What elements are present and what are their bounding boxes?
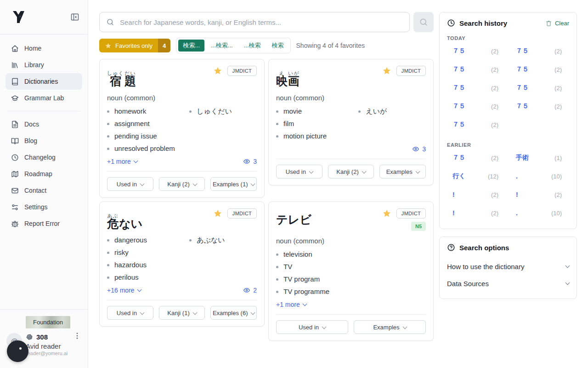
favorite-star-button[interactable] [213,66,222,75]
clear-history-button[interactable]: Clear [545,20,569,27]
book-icon [11,78,19,86]
history-term[interactable]: ７５ [452,84,465,92]
sidebar-item-home[interactable]: Home [6,40,82,57]
readings-list: あぶない [189,234,257,283]
sidebar-item-contact[interactable]: Contact [6,182,82,199]
history-item[interactable]: ７５(2) [447,60,506,79]
history-term[interactable]: ７５ [516,47,529,55]
history-item[interactable]: 手術(1) [510,149,569,167]
history-item[interactable]: .(10) [510,204,569,222]
reading-item: えいが [358,105,426,118]
sidebar-item-roadmap[interactable]: Roadmap [6,166,82,182]
sidebar-item-label: Roadmap [24,170,52,178]
kanji-button[interactable]: Kanji (1) [159,306,205,320]
examples-button[interactable]: Examples [354,320,426,334]
history-term[interactable]: ! [452,191,455,198]
history-term[interactable]: ７５ [516,84,529,92]
history-item[interactable]: !(2) [510,185,569,204]
examples-button[interactable]: Examples (6) [210,306,257,320]
used-in-button[interactable]: Used in [276,320,348,334]
history-item[interactable]: ７５(2) [510,97,569,115]
history-item[interactable]: .(10) [510,167,569,185]
meaning-item: dangerous [107,234,189,246]
dictionary-entry-card: テレビ JMDICT N5 noun (common) televisionTV… [268,201,434,341]
examples-button[interactable]: Examples [379,165,426,178]
favorites-only-toggle[interactable]: Favorites only 4 [99,39,170,52]
meaning-item: risky [107,246,189,259]
entry-title: テレビ [276,208,311,231]
option-how-to-use[interactable]: How to use the dictionary [447,258,569,275]
history-term[interactable]: . [516,172,518,180]
sidebar-item-changelog[interactable]: Changelog [6,149,82,166]
search-input[interactable] [120,18,403,26]
history-item[interactable]: !(2) [447,204,506,222]
reading-item: あぶない [189,234,257,247]
search-submit-button[interactable] [413,12,434,32]
meaning-item: perilous [107,271,189,283]
sidebar: HomeLibraryDictionariesGrammar Lab DocsB… [0,0,88,368]
history-term[interactable]: ７５ [452,121,465,129]
history-item[interactable]: ７５(2) [510,79,569,97]
history-grid: ７５(2)７５(2)７５(2)７５(2)７５(2)７５(2)７５(2)７５(2)… [447,42,569,134]
kanji-button[interactable]: Kanji (2) [159,177,205,191]
kanji-button[interactable]: Kanji (2) [328,165,374,178]
search-mode-chip-2[interactable]: ...検索 [239,40,266,52]
history-item[interactable]: 行く(12) [447,167,506,185]
used-in-button[interactable]: Used in [107,177,153,191]
history-term[interactable]: ７５ [452,154,465,162]
search-mode-chip-3[interactable]: 検索 [267,40,288,52]
sidebar-item-label: Home [24,45,41,52]
history-term[interactable]: ７５ [452,102,465,110]
jlpt-level-badge: N5 [411,222,426,231]
used-in-button[interactable]: Used in [276,165,322,178]
sidebar-item-docs[interactable]: Docs [6,116,82,132]
sidebar-item-blog[interactable]: Blog [6,132,82,149]
sidebar-item-dictionaries[interactable]: Dictionaries [6,73,82,90]
history-term[interactable]: ７５ [516,65,529,74]
sidebar-item-report-error[interactable]: Report Error [6,215,82,232]
history-term[interactable]: ! [516,191,518,198]
sidebar-item-grammar-lab[interactable]: Grammar Lab [6,90,82,106]
sidebar-item-settings[interactable]: Settings [6,199,82,215]
user-menu-button[interactable] [73,332,81,340]
search-mode-chip-0[interactable]: 検索... [178,40,204,52]
sidebar-item-library[interactable]: Library [6,57,82,73]
entry-title: 宿しゅく題だい [107,66,136,88]
history-term[interactable]: ７５ [516,102,529,110]
history-item[interactable]: ７５(2) [510,60,569,79]
history-item[interactable]: ７５(2) [447,149,506,167]
file-text-icon [11,121,19,128]
user-panel: Foundation 308 Avid reader reader@yomeru… [0,309,88,368]
app-logo[interactable] [11,9,27,25]
history-count: (2) [491,48,498,55]
history-item[interactable]: ７５(2) [447,42,506,60]
history-item[interactable]: ７５(2) [447,79,506,97]
floating-avatar[interactable] [7,340,28,362]
history-term[interactable]: 行く [452,172,465,180]
sidebar-item-label: Changelog [24,154,56,161]
history-term[interactable]: ! [452,209,455,217]
favorite-star-button[interactable] [213,209,222,218]
show-more-link[interactable]: +1 more [107,158,137,165]
meaning-item: unresolved problem [107,142,189,155]
filter-row: Favorites only 4 検索......検索......検索検索 Sh… [99,38,434,53]
history-item[interactable]: ７５(2) [447,115,506,134]
history-term[interactable]: ７５ [452,65,465,74]
show-more-link[interactable]: +16 more [107,287,141,294]
history-item[interactable]: ７５(2) [510,42,569,60]
history-item[interactable]: ７５(2) [447,97,506,115]
favorite-star-button[interactable] [382,209,391,218]
favorite-star-button[interactable] [382,66,391,75]
history-term[interactable]: . [516,209,518,217]
eye-icon [243,158,250,165]
examples-button[interactable]: Examples (1) [210,177,257,191]
sidebar-collapse-button[interactable] [70,12,79,22]
option-data-sources[interactable]: Data Sources [447,275,569,292]
history-item[interactable]: !(2) [447,185,506,204]
search-mode-chip-1[interactable]: ...検索... [206,40,237,52]
history-term[interactable]: 手術 [516,154,529,162]
history-term[interactable]: ７５ [452,47,465,55]
history-section-label: TODAY [447,35,569,41]
used-in-button[interactable]: Used in [107,306,153,320]
show-more-link[interactable]: +1 more [276,301,306,308]
